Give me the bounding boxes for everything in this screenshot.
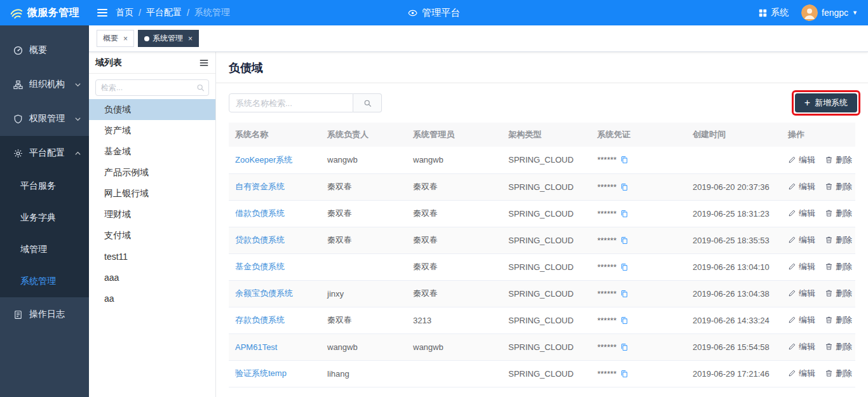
copy-icon[interactable] <box>620 290 628 298</box>
credential-mask: ****** <box>597 182 616 192</box>
table-row: 验证系统templihangSPRING_CLOUD******2019-06-… <box>229 360 855 387</box>
breadcrumb-item[interactable]: 首页 <box>116 7 133 18</box>
table-row: ZooKeeper系统wangwbwangwbSPRING_CLOUD*****… <box>229 147 855 173</box>
sidebar-item[interactable]: 操作日志 <box>0 297 89 332</box>
sidebar-item-label: 平台配置 <box>29 147 65 159</box>
credential-mask: ****** <box>597 369 616 379</box>
delete-button[interactable]: 删除 <box>825 368 852 379</box>
domain-item[interactable]: test11 <box>89 246 215 267</box>
edit-button[interactable]: 编辑 <box>788 314 815 326</box>
delete-icon <box>825 182 833 191</box>
domain-item[interactable]: 支付域 <box>89 225 215 246</box>
system-name-link[interactable]: 贷款负债系统 <box>235 235 285 245</box>
domain-search <box>95 79 209 96</box>
tab[interactable]: 概要× <box>97 30 134 47</box>
edit-icon <box>788 342 796 351</box>
credential-mask: ****** <box>597 236 616 245</box>
system-name-link[interactable]: 存款负债系统 <box>235 315 285 325</box>
domain-item[interactable]: 资产域 <box>89 120 215 141</box>
operations-cell: 编辑删除 <box>782 307 855 333</box>
domain-search-input[interactable] <box>95 79 209 96</box>
delete-button[interactable]: 删除 <box>825 154 852 166</box>
system-name-link[interactable]: 借款负债系统 <box>235 208 285 218</box>
delete-button[interactable]: 删除 <box>825 288 852 299</box>
domain-item[interactable]: 产品示例域 <box>89 162 215 183</box>
delete-icon <box>825 156 833 164</box>
domain-item[interactable]: 负债域 <box>89 99 215 120</box>
delete-button[interactable]: 删除 <box>825 341 852 353</box>
tab[interactable]: 系统管理× <box>138 30 199 47</box>
domain-item[interactable]: 基金域 <box>89 141 215 162</box>
delete-button[interactable]: 删除 <box>825 234 852 246</box>
edit-button[interactable]: 编辑 <box>788 288 815 299</box>
edit-icon <box>788 209 796 217</box>
table-row: 存款负债系统秦双春3213SPRING_CLOUD******2019-06-2… <box>229 307 855 333</box>
edit-button[interactable]: 编辑 <box>788 261 815 273</box>
close-icon[interactable]: × <box>123 35 128 43</box>
system-name-link[interactable]: ZooKeeper系统 <box>235 155 292 165</box>
table-row: 借款负债系统秦双春秦双春SPRING_CLOUD******2019-06-25… <box>229 200 855 227</box>
system-admin-cell: wangwb <box>407 147 502 173</box>
edit-button[interactable]: 编辑 <box>788 154 815 166</box>
copy-icon[interactable] <box>620 236 628 245</box>
edit-button[interactable]: 编辑 <box>788 341 815 353</box>
sidebar-subitem[interactable]: 业务字典 <box>0 202 89 234</box>
copy-icon[interactable] <box>620 343 628 351</box>
operations-cell: 编辑删除 <box>782 280 855 307</box>
sidebar-item[interactable]: 权限管理 <box>0 102 89 136</box>
system-name-link[interactable]: 基金负债系统 <box>235 262 285 271</box>
system-name-link[interactable]: 余额宝负债系统 <box>235 288 293 298</box>
copy-icon[interactable] <box>620 210 628 218</box>
copy-icon[interactable] <box>620 370 628 378</box>
sidebar-item-label: 组织机构 <box>29 79 65 90</box>
sidebar-item[interactable]: 平台配置 <box>0 136 89 170</box>
table-row: 贷款负债系统秦双春秦双春SPRING_CLOUD******2019-06-25… <box>229 227 855 253</box>
created-time-cell <box>686 147 782 173</box>
domain-panel-title: 域列表 <box>95 57 122 69</box>
breadcrumb-item[interactable]: 平台配置 <box>146 7 182 18</box>
domain-item[interactable]: aa <box>89 288 215 309</box>
domain-item[interactable]: 理财域 <box>89 204 215 225</box>
sidebar-subitem[interactable]: 平台服务 <box>0 170 89 202</box>
delete-button[interactable]: 删除 <box>825 208 852 219</box>
copy-icon[interactable] <box>620 183 628 191</box>
column-header: 操作 <box>782 123 855 147</box>
sidebar-item[interactable]: 组织机构 <box>0 67 89 102</box>
credential-mask: ****** <box>597 262 616 272</box>
sidebar-subitem[interactable]: 域管理 <box>0 234 89 266</box>
system-name-link[interactable]: 验证系统temp <box>235 368 287 378</box>
delete-button[interactable]: 删除 <box>825 314 852 326</box>
breadcrumb-item[interactable]: 系统管理 <box>194 7 230 18</box>
delete-icon <box>825 262 833 271</box>
system-search-input[interactable] <box>229 93 353 112</box>
delete-button[interactable]: 删除 <box>825 261 852 273</box>
app-logo[interactable]: 微服务管理 <box>0 0 89 25</box>
sidebar-toggle-icon[interactable] <box>89 0 116 25</box>
sidebar-item[interactable]: 概要 <box>0 33 89 67</box>
edit-button[interactable]: 编辑 <box>788 234 815 246</box>
add-system-label: 新增系统 <box>815 97 848 109</box>
sidebar-subitem[interactable]: 系统管理 <box>0 266 89 297</box>
close-icon[interactable]: × <box>188 35 193 43</box>
copy-icon[interactable] <box>620 316 628 325</box>
system-owner-cell: jinxy <box>321 280 407 307</box>
add-system-button[interactable]: + 新增系统 <box>795 93 857 112</box>
created-time-cell: 2019-06-26 15:54:58 <box>686 333 782 360</box>
search-button[interactable] <box>353 93 382 112</box>
column-header: 架构类型 <box>502 123 591 147</box>
system-name-link[interactable]: APM61Test <box>235 342 277 352</box>
system-owner-cell: 秦双春 <box>321 200 407 227</box>
user-menu[interactable]: fengpc ▼ <box>801 4 858 21</box>
system-name-link[interactable]: 自有资金系统 <box>235 182 285 191</box>
panel-menu-icon[interactable] <box>199 58 209 68</box>
tab-label: 系统管理 <box>153 33 183 44</box>
delete-button[interactable]: 删除 <box>825 181 852 192</box>
domain-item[interactable]: aaa <box>89 267 215 288</box>
domain-item[interactable]: 网上银行域 <box>89 183 215 204</box>
edit-button[interactable]: 编辑 <box>788 208 815 219</box>
system-menu[interactable]: 系统 <box>759 7 789 18</box>
edit-button[interactable]: 编辑 <box>788 181 815 192</box>
edit-button[interactable]: 编辑 <box>788 368 815 379</box>
copy-icon[interactable] <box>620 263 628 271</box>
copy-icon[interactable] <box>620 156 628 164</box>
